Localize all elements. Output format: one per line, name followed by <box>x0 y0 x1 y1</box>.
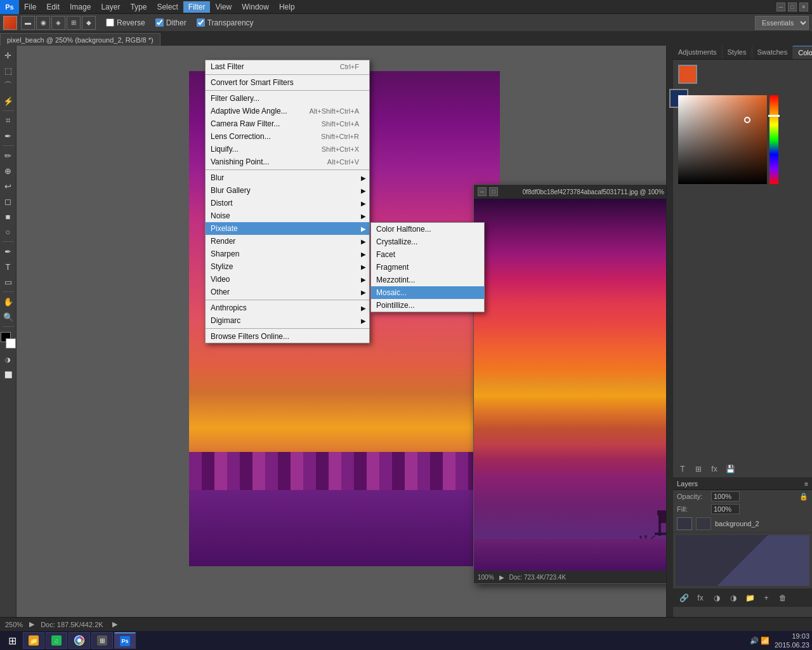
filter-blur-gallery[interactable]: Blur Gallery ▶ <box>206 184 369 197</box>
menu-type[interactable]: Type <box>125 1 152 13</box>
doc-tab[interactable]: pixel_beach @ 250% (background_2, RGB/8 … <box>0 33 160 46</box>
taskbar-photoshop[interactable]: Ps <box>114 632 136 649</box>
tab-swatches[interactable]: Swatches <box>752 46 794 59</box>
filter-gallery[interactable]: Filter Gallery... <box>206 92 369 105</box>
menu-window[interactable]: Window <box>237 1 274 13</box>
bg-color[interactable] <box>6 338 16 348</box>
saturation-lightness-box[interactable] <box>678 95 767 184</box>
shape-tool[interactable]: ▭ <box>1 275 15 289</box>
menu-help[interactable]: Help <box>274 1 300 13</box>
brush-tool[interactable]: ✏ <box>1 149 15 162</box>
dodge-tool[interactable]: ○ <box>1 225 15 239</box>
taskbar-explorer[interactable]: 📁 <box>23 632 44 649</box>
layer-mask-btn[interactable]: ◑ <box>710 591 724 605</box>
status-nav-btn[interactable]: ▶ <box>112 620 117 628</box>
menu-filter[interactable]: Filter <box>183 1 211 13</box>
menu-layer[interactable]: Layer <box>96 1 125 13</box>
gradient-radial-btn[interactable]: ◉ <box>36 16 50 30</box>
hue-slider[interactable] <box>769 95 778 184</box>
filter-sharpen[interactable]: Sharpen ▶ <box>206 248 369 260</box>
dither-checkbox[interactable] <box>155 18 164 27</box>
filter-render[interactable]: Render ▶ <box>206 235 369 248</box>
tab-styles[interactable]: Styles <box>723 46 752 59</box>
screen-mode-btn[interactable]: ⬜ <box>1 368 15 381</box>
fg-swatch[interactable] <box>678 65 697 84</box>
layer-delete-btn[interactable]: 🗑 <box>776 591 790 605</box>
menu-file[interactable]: File <box>19 1 41 13</box>
menu-view[interactable]: View <box>210 1 237 13</box>
move-tool[interactable]: ✛ <box>1 48 15 62</box>
filter-browse[interactable]: Browse Filters Online... <box>206 330 369 343</box>
panel-type-btn[interactable]: T <box>676 462 690 476</box>
filter-adaptive[interactable]: Adaptive Wide Angle... Alt+Shift+Ctrl+A <box>206 105 369 117</box>
eyedropper-tool[interactable]: ✒ <box>1 129 15 143</box>
filter-other[interactable]: Other ▶ <box>206 286 369 298</box>
layer-adj-btn[interactable]: ◑ <box>726 591 740 605</box>
quick-mask-tool[interactable]: ◑ <box>1 352 15 366</box>
filter-lens[interactable]: Lens Correction... Shift+Ctrl+R <box>206 130 369 143</box>
filter-distort[interactable]: Distort ▶ <box>206 197 369 209</box>
layer-folder-btn[interactable]: 📁 <box>743 591 757 605</box>
pixelate-pointillize[interactable]: Pointillize... <box>371 299 484 312</box>
filter-vanishing[interactable]: Vanishing Point... Alt+Ctrl+V <box>206 156 369 168</box>
menu-select[interactable]: Select <box>152 1 183 13</box>
pen-tool[interactable]: ✒ <box>1 244 15 258</box>
window-nav-btn[interactable]: ▶ <box>499 574 504 581</box>
panel-transform-btn[interactable]: ⊞ <box>691 462 705 476</box>
layer-link-btn[interactable]: 🔗 <box>677 591 691 605</box>
filter-blur[interactable]: Blur ▶ <box>206 171 369 184</box>
filter-noise[interactable]: Noise ▶ <box>206 209 369 222</box>
filter-pixelate[interactable]: Pixelate ▶ <box>206 222 369 235</box>
pixelate-mezzotint[interactable]: Mezzotint... <box>371 274 484 286</box>
color-swatch[interactable] <box>3 16 17 30</box>
start-button[interactable]: ⊞ <box>3 632 22 649</box>
win-minimize-btn[interactable]: ─ <box>478 187 487 196</box>
menu-edit[interactable]: Edit <box>41 1 65 13</box>
reverse-checkbox[interactable] <box>106 18 114 27</box>
clone-tool[interactable]: ⊕ <box>1 164 15 178</box>
layer-new-btn[interactable]: + <box>759 591 773 605</box>
gradient-diamond-btn[interactable]: ◆ <box>82 16 96 30</box>
opacity-input[interactable] <box>711 491 740 501</box>
pixelate-color-halftone[interactable]: Color Halftone... <box>371 223 484 235</box>
magic-wand-tool[interactable]: ⚡ <box>1 94 15 108</box>
filter-camera-raw[interactable]: Camera Raw Filter... Shift+Ctrl+A <box>206 117 369 130</box>
minimize-btn[interactable]: ─ <box>776 3 785 11</box>
eraser-tool[interactable]: ◻ <box>1 194 15 208</box>
layer-row-1[interactable]: background_2 <box>673 515 812 533</box>
workspace-select[interactable]: Essentials <box>755 16 809 30</box>
gradient-reflect-btn[interactable]: ⊞ <box>67 16 81 30</box>
tab-adjustments[interactable]: Adjustments <box>673 46 723 59</box>
filter-last[interactable]: Last Filter Ctrl+F <box>206 60 369 73</box>
pixelate-crystallize[interactable]: Crystallize... <box>371 235 484 248</box>
filter-video[interactable]: Video ▶ <box>206 273 369 286</box>
history-brush-tool[interactable]: ↩ <box>1 179 15 193</box>
text-tool[interactable]: T <box>1 260 15 274</box>
filter-liquify[interactable]: Liquify... Shift+Ctrl+X <box>206 143 369 156</box>
layers-menu-btn[interactable]: ≡ <box>804 481 808 488</box>
pixelate-fragment[interactable]: Fragment <box>371 261 484 274</box>
close-btn[interactable]: ✕ <box>799 3 808 11</box>
fill-input[interactable] <box>711 504 740 514</box>
zoom-tool[interactable]: 🔍 <box>1 310 15 324</box>
pixelate-facet[interactable]: Facet <box>371 248 484 261</box>
tab-color[interactable]: Color <box>793 46 812 59</box>
win-restore-btn[interactable]: □ <box>489 187 498 196</box>
zoom-nav-btn[interactable]: ▶ <box>29 620 34 628</box>
filter-smart[interactable]: Convert for Smart Filters <box>206 76 369 89</box>
selection-tool[interactable]: ⬚ <box>1 63 15 77</box>
taskbar-apps[interactable]: ⊞ <box>91 632 113 649</box>
gradient-angle-btn[interactable]: ◈ <box>51 16 65 30</box>
taskbar-chrome[interactable] <box>69 632 90 649</box>
panel-fx-btn[interactable]: fx <box>707 462 721 476</box>
filter-anthropics[interactable]: Anthropics ▶ <box>206 302 369 314</box>
crop-tool[interactable]: ⌗ <box>1 114 15 128</box>
layer-fx-btn[interactable]: fx <box>693 591 707 605</box>
menu-image[interactable]: Image <box>65 1 96 13</box>
panel-save-btn[interactable]: 💾 <box>723 462 737 476</box>
transparency-checkbox[interactable] <box>197 18 205 27</box>
pixelate-mosaic[interactable]: Mosaic... <box>371 286 484 299</box>
gradient-tool[interactable]: ■ <box>1 209 15 223</box>
filter-digimarc[interactable]: Digimarc ▶ <box>206 314 369 327</box>
hand-tool[interactable]: ✋ <box>1 295 15 308</box>
